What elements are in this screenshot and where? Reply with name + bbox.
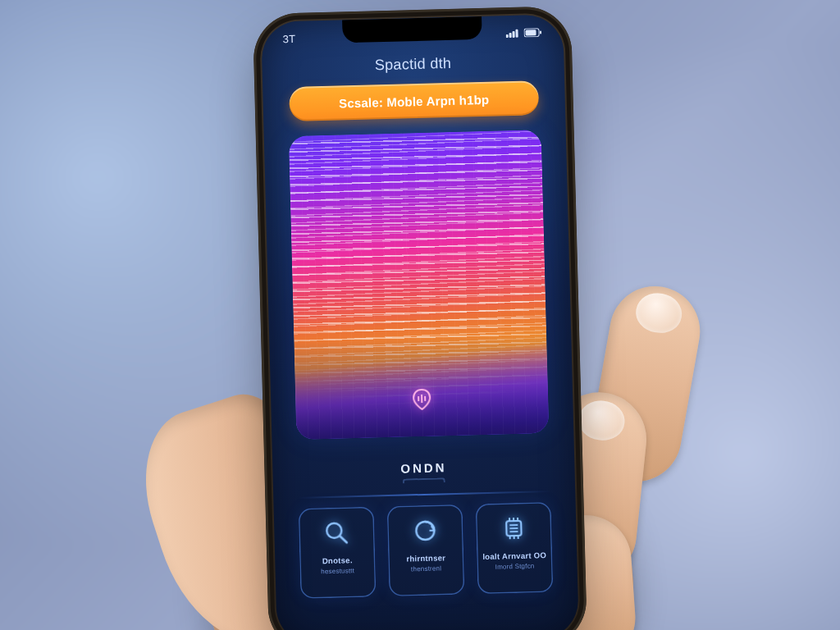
app-title: Spactid dth [262, 52, 564, 77]
loop-icon [408, 513, 443, 548]
svg-line-11 [340, 536, 347, 542]
spectrogram-card[interactable] [289, 130, 550, 440]
svg-rect-2 [512, 30, 514, 37]
mid-label: ONDN [272, 457, 575, 487]
section-divider [298, 491, 550, 499]
chip-icon [496, 511, 532, 546]
svg-rect-1 [509, 32, 512, 37]
tile-caption-main: loalt Arnvart OO [482, 551, 546, 561]
primary-action-button[interactable]: Scsale: Moble Arpn h1bp [289, 80, 539, 121]
spectrogram-fade [294, 335, 549, 440]
marker-icon [413, 389, 431, 414]
tile-caption-sub: thenstrenl [408, 566, 445, 574]
phone-screen: 3T Spactid dth Scsale: Moble Arpn h1bp [261, 14, 579, 630]
battery-icon [523, 27, 541, 37]
tile-search[interactable]: Dnotse. hesestusttt [299, 507, 377, 599]
tile-caption-main: rhirntnser [406, 554, 445, 564]
phone-frame: 3T Spactid dth Scsale: Moble Arpn h1bp [253, 6, 587, 630]
spectrogram-lines [289, 130, 550, 440]
bottom-tile-row: Dnotse. hesestusttt rhirntnser thenstren… [299, 502, 554, 599]
svg-rect-6 [540, 30, 541, 34]
tile-caption-sub: hesestusttt [317, 568, 358, 577]
svg-rect-3 [515, 29, 518, 37]
svg-rect-5 [525, 30, 536, 35]
tile-loop[interactable]: rhirntnser thenstrenl [387, 504, 465, 596]
signal-icon [505, 28, 518, 37]
primary-action-label: Scsale: Moble Arpn h1bp [339, 92, 490, 110]
status-time: 3T [282, 32, 295, 44]
search-icon [319, 515, 354, 550]
tile-chip[interactable]: loalt Arnvart OO Imord Stgfcn [476, 502, 554, 594]
tile-caption-sub: Imord Stgfcn [492, 564, 538, 572]
status-icons [505, 27, 541, 37]
status-bar: 3T [261, 22, 563, 48]
tile-caption-main: Dnotse. [322, 556, 353, 565]
svg-rect-0 [506, 34, 509, 38]
